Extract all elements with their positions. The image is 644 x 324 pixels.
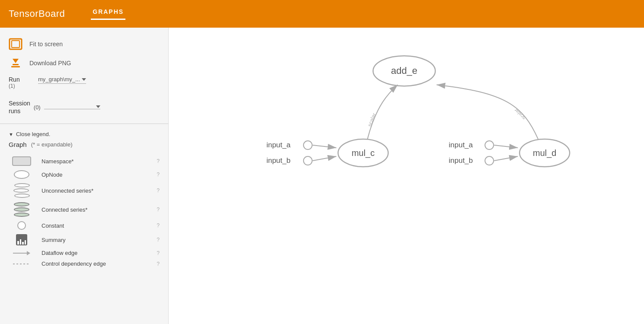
- graph-title-row: Graph (* = expandable): [9, 141, 160, 148]
- run-select-value: my_graph\my_...: [38, 76, 80, 83]
- graph-legend-section: Graph (* = expandable): [0, 139, 168, 154]
- legend-item-dataflow: Dataflow edge ?: [0, 248, 168, 258]
- run-section: Run (1) my_graph\my_...: [0, 73, 168, 96]
- legend-item-connected: Connected series* ?: [0, 200, 168, 219]
- legend-item-summary: Summary ?: [0, 232, 168, 248]
- legend-toggle-label: Close legend.: [16, 131, 51, 137]
- download-icon: [9, 56, 22, 70]
- fit-to-screen-button[interactable]: Fit to screen: [0, 35, 168, 54]
- run-count: (1): [9, 83, 35, 89]
- unconnected-icon: [9, 183, 35, 198]
- dataflow-label: Dataflow edge: [42, 250, 150, 256]
- legend-item-constant: Constant ?: [0, 219, 168, 232]
- fit-to-screen-icon: [9, 37, 22, 51]
- svg-rect-4: [11, 66, 20, 67]
- summary-help-icon[interactable]: ?: [157, 237, 160, 243]
- opnode-icon: [9, 170, 35, 179]
- connected-icon: [9, 202, 35, 217]
- session-label: Sessionruns: [9, 100, 30, 114]
- run-row: Run (1) my_graph\my_...: [9, 76, 160, 89]
- svg-point-15: [304, 156, 312, 165]
- dataflow-edge-icon: [9, 251, 35, 255]
- legend-item-control: Control dependency edge ?: [0, 258, 168, 269]
- session-chevron-icon: [96, 105, 100, 108]
- svg-point-21: [485, 156, 493, 165]
- namespace-label: Namespace*: [42, 158, 150, 165]
- constant-icon: [9, 221, 35, 230]
- session-row: Sessionruns (0): [9, 99, 160, 115]
- control-edge-icon: [9, 264, 35, 264]
- svg-point-13: [304, 141, 312, 149]
- graph-canvas[interactable]: add_e mul_c mul_d input_a input_b input_…: [169, 28, 644, 324]
- summary-label: Summary: [42, 237, 150, 243]
- download-png-button[interactable]: Download PNG: [0, 54, 168, 73]
- legend-item-unconnected: Unconnected series* ?: [0, 181, 168, 200]
- fit-to-screen-label: Fit to screen: [29, 41, 63, 48]
- legend-toggle-arrow-icon: ▼: [9, 132, 13, 137]
- svg-rect-1: [12, 41, 19, 48]
- session-count: (0): [34, 104, 41, 111]
- connected-label: Connected series*: [42, 206, 150, 213]
- svg-text:scalar: scalar: [366, 112, 377, 127]
- summary-icon: [9, 234, 35, 245]
- graph-title: Graph: [9, 141, 27, 148]
- svg-text:add_e: add_e: [391, 65, 417, 76]
- unconnected-label: Unconnected series*: [42, 187, 150, 194]
- run-select-dropdown[interactable]: my_graph\my_...: [38, 76, 86, 84]
- svg-line-18: [313, 156, 336, 161]
- svg-rect-3: [13, 64, 19, 65]
- svg-text:mul_c: mul_c: [352, 148, 375, 158]
- run-label: Run: [9, 76, 35, 83]
- constant-label: Constant: [42, 222, 150, 229]
- legend-item-opnode: OpNode ?: [0, 168, 168, 181]
- svg-text:mul_d: mul_d: [533, 148, 556, 158]
- svg-text:input_b: input_b: [449, 156, 473, 165]
- legend-item-namespace: Namespace* ?: [0, 154, 168, 168]
- svg-text:input_b: input_b: [266, 156, 291, 165]
- svg-line-24: [494, 156, 518, 161]
- graph-svg: add_e mul_c mul_d input_a input_b input_…: [169, 28, 644, 324]
- session-select-dropdown[interactable]: [44, 105, 100, 109]
- legend-toggle-button[interactable]: ▼ Close legend.: [0, 129, 168, 139]
- app-title: TensorBoard: [9, 8, 65, 19]
- unconnected-help-icon[interactable]: ?: [157, 187, 160, 194]
- svg-text:scalar: scalar: [513, 107, 527, 121]
- svg-point-19: [485, 141, 493, 149]
- namespace-icon: [9, 156, 35, 166]
- dataflow-help-icon[interactable]: ?: [157, 250, 160, 256]
- connected-help-icon[interactable]: ?: [157, 206, 160, 213]
- run-chevron-icon: [82, 78, 86, 81]
- app-header: TensorBoard GRAPHS: [0, 0, 644, 28]
- svg-line-23: [494, 145, 518, 148]
- namespace-help-icon[interactable]: ?: [157, 158, 160, 164]
- opnode-help-icon[interactable]: ?: [157, 172, 160, 178]
- control-help-icon[interactable]: ?: [157, 261, 160, 267]
- control-label: Control dependency edge: [42, 260, 150, 267]
- main-layout: Fit to screen Download PNG Run (1): [0, 28, 644, 324]
- svg-text:input_a: input_a: [449, 141, 473, 149]
- download-png-label: Download PNG: [29, 60, 71, 67]
- sidebar-divider: [0, 124, 168, 124]
- svg-text:input_a: input_a: [266, 141, 291, 149]
- graph-subtitle: (* = expandable): [31, 141, 73, 148]
- sidebar: Fit to screen Download PNG Run (1): [0, 28, 169, 324]
- svg-line-17: [313, 145, 336, 148]
- opnode-label: OpNode: [42, 172, 150, 178]
- session-section: Sessionruns (0): [0, 96, 168, 118]
- constant-help-icon[interactable]: ?: [157, 222, 160, 229]
- nav-graphs[interactable]: GRAPHS: [91, 8, 125, 20]
